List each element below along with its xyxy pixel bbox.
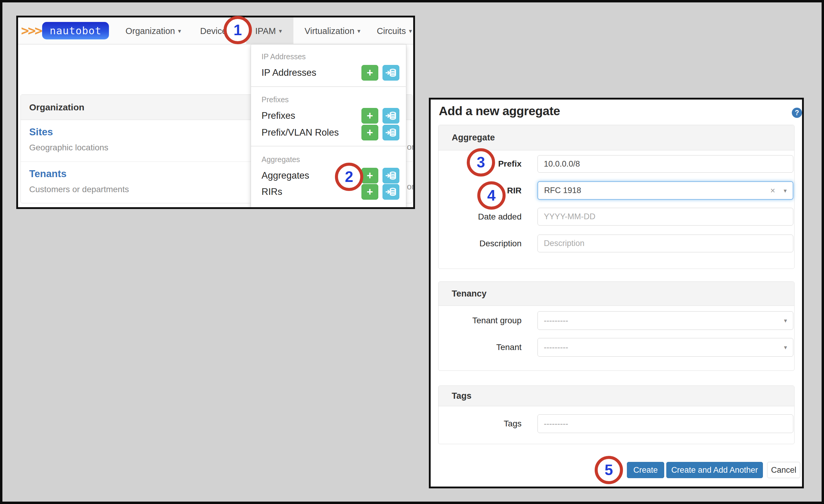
menu-divider (251, 146, 407, 146)
menu-item-label: Prefixes (262, 110, 362, 121)
annotation-number: 3 (477, 154, 485, 171)
annotation-number: 1 (233, 21, 242, 39)
rir-selected-value: RFC 1918 (544, 186, 581, 195)
menu-item-prefixes[interactable]: Prefixes + (251, 106, 407, 125)
import-button[interactable] (383, 184, 399, 200)
nautobot-logo-text: nautobot (49, 25, 101, 37)
tenancy-section: Tenancy Tenant group --------- ▾ Tenant … (438, 281, 795, 371)
menu-item-prefix-vlan-roles[interactable]: Prefix/VLAN Roles + (251, 123, 407, 142)
tags-section: Tags Tags --------- (438, 385, 795, 444)
date-added-label: Date added (438, 208, 522, 226)
plus-icon: + (367, 68, 373, 78)
tags-value: --------- (544, 419, 568, 428)
import-database-icon (386, 68, 396, 78)
plus-icon: + (367, 170, 373, 181)
caret-down-icon: ▾ (178, 27, 181, 34)
tags-section-header: Tags (438, 386, 794, 406)
menu-section-header: Aggregates (262, 154, 394, 165)
caret-down-icon: ▾ (784, 317, 787, 324)
nav-item-virtualization[interactable]: Virtualization ▾ (305, 17, 360, 44)
caret-down-icon: ▾ (784, 344, 787, 351)
annotation-number: 2 (345, 168, 353, 185)
annotation-circle-4: 4 (477, 181, 506, 210)
menu-item-ip-addresses[interactable]: IP Addresses + (251, 63, 407, 83)
tenant-group-selected-value: --------- (544, 316, 568, 326)
annotation-circle-2: 2 (335, 163, 363, 191)
rir-select[interactable]: RFC 1918 × ▾ (537, 181, 793, 200)
description-input[interactable] (537, 235, 793, 252)
annotation-number: 4 (487, 187, 496, 204)
add-button[interactable]: + (362, 125, 378, 140)
create-button[interactable]: Create (627, 462, 664, 478)
top-navbar: >>> nautobot Organization ▾ Devices ▾ IP… (18, 17, 413, 44)
add-aggregate-button[interactable]: + (362, 168, 378, 183)
create-and-add-another-button[interactable]: Create and Add Another (666, 462, 763, 478)
ipam-dropdown-menu: IP Addresses IP Addresses + Prefixes (251, 44, 406, 209)
menu-item-rirs[interactable]: RIRs + (251, 182, 407, 202)
page-title: Add a new aggregate (439, 103, 560, 119)
aggregate-section-header: Aggregate (438, 125, 794, 150)
plus-icon: + (367, 186, 373, 197)
menu-section-header: IP Addresses (262, 51, 394, 62)
nav-item-label: Circuits (377, 26, 406, 36)
caret-down-icon: ▾ (784, 187, 787, 194)
cancel-button[interactable]: Cancel (767, 462, 800, 478)
nautobot-logo[interactable]: nautobot (42, 22, 109, 39)
nav-item-organization[interactable]: Organization ▾ (125, 17, 181, 44)
menu-item-label: Prefix/VLAN Roles (262, 127, 362, 138)
import-database-icon (386, 127, 396, 138)
annotation-number: 5 (605, 461, 613, 479)
import-button[interactable] (383, 168, 399, 183)
date-added-input[interactable] (537, 208, 793, 226)
nav-item-label: IPAM (255, 26, 276, 36)
caret-down-icon: ▾ (357, 27, 360, 34)
tenant-select[interactable]: --------- ▾ (537, 338, 793, 357)
annotation-circle-1: 1 (224, 16, 252, 44)
import-button[interactable] (383, 65, 399, 81)
annotation-circle-5: 5 (595, 456, 623, 484)
add-button[interactable]: + (362, 65, 378, 81)
import-database-icon (386, 110, 396, 121)
nautobot-chevrons-icon: >>> (21, 24, 41, 37)
clear-selection-icon[interactable]: × (770, 186, 775, 196)
caret-down-icon: ▾ (409, 27, 412, 34)
nav-item-ipam[interactable]: IPAM ▾ (255, 17, 282, 44)
tenancy-section-header: Tenancy (438, 282, 794, 306)
import-database-icon (386, 186, 396, 197)
description-label: Description (438, 235, 522, 252)
prefix-input[interactable] (537, 155, 793, 172)
tags-input[interactable]: --------- (537, 414, 793, 433)
clipped-text-fragment: or (407, 142, 414, 152)
menu-divider (251, 86, 407, 87)
tags-label: Tags (438, 414, 522, 433)
import-button[interactable] (383, 125, 399, 140)
import-button[interactable] (383, 108, 399, 124)
import-database-icon (386, 170, 396, 181)
add-button[interactable]: + (362, 184, 378, 200)
annotation-circle-3: 3 (467, 148, 495, 176)
menu-section-header: Prefixes (262, 94, 394, 105)
clipped-text-fragment: on (407, 182, 415, 192)
caret-down-icon: ▾ (279, 27, 282, 34)
tenant-group-label: Tenant group (438, 311, 522, 330)
plus-icon: + (367, 110, 373, 121)
tenant-label: Tenant (438, 338, 522, 357)
question-mark: ? (795, 109, 799, 117)
nav-item-circuits[interactable]: Circuits ▾ (377, 17, 412, 44)
menu-item-label: IP Addresses (262, 68, 362, 78)
tenant-group-select[interactable]: --------- ▾ (537, 311, 793, 330)
plus-icon: + (367, 127, 373, 138)
nav-item-label: Virtualization (305, 26, 354, 36)
help-icon[interactable]: ? (792, 108, 802, 118)
tenant-selected-value: --------- (544, 343, 568, 352)
nav-item-label: Organization (125, 26, 175, 36)
add-button[interactable]: + (362, 108, 378, 124)
